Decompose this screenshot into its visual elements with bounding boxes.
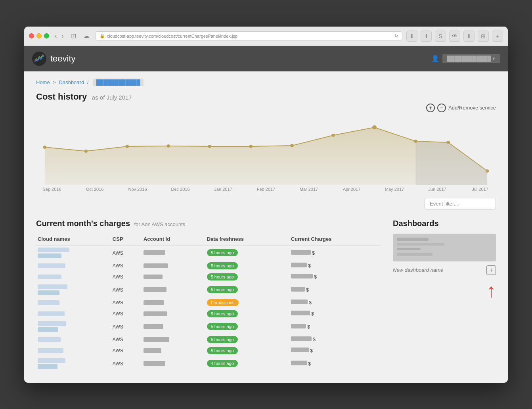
charge-cell: $ xyxy=(289,345,381,356)
table-row: AWS5 hours ago $ xyxy=(36,282,381,297)
account-id-cell xyxy=(142,356,205,371)
svg-point-8 xyxy=(372,125,377,129)
cloud-name-cell xyxy=(36,245,111,260)
table-row: AWSPermissions $ xyxy=(36,297,381,308)
freshness-badge: 5 hours ago xyxy=(207,286,238,293)
csp-cell: AWS xyxy=(111,282,142,297)
cloud-button[interactable]: ☁ xyxy=(82,32,91,40)
traffic-lights xyxy=(29,33,49,38)
app-header: teevity 👤 ████████████ ▾ xyxy=(24,46,508,71)
svg-point-3 xyxy=(166,144,170,148)
col-data-freshness: Data freshness xyxy=(205,234,289,246)
freshness-badge: 5 hours ago xyxy=(207,273,238,280)
browser-actions: ⬇ ℹ S 👁 ⬆ ⊞ + xyxy=(406,31,503,42)
x-label-2: Nov 2016 xyxy=(126,187,149,192)
charge-cell: $ xyxy=(289,334,381,345)
reload-icon[interactable]: ↻ xyxy=(394,33,398,38)
remove-service-button[interactable]: − xyxy=(437,104,446,112)
add-dashboard-button[interactable]: + xyxy=(486,265,496,275)
col-current-charges: Current Charges xyxy=(289,234,381,246)
browser-chrome: ‹ › ⊡ ☁ 🔒 cloudcost-app.teevity.com/clou… xyxy=(24,27,508,46)
dashboard-card-image xyxy=(393,234,496,261)
tab-view-button[interactable]: ⊡ xyxy=(69,32,78,40)
close-button[interactable] xyxy=(29,33,34,38)
add-tab-button[interactable]: + xyxy=(492,31,503,42)
event-filter-input[interactable] xyxy=(425,198,496,209)
freshness-cell: 5 hours ago xyxy=(205,308,289,319)
freshness-cell: Permissions xyxy=(205,297,289,308)
col-account-id: Account Id xyxy=(142,234,205,246)
breadcrumb-sep1: > xyxy=(53,79,56,85)
freshness-badge: 5 hours ago xyxy=(207,336,238,343)
table-row: AWS5 hours ago $ xyxy=(36,345,381,356)
freshness-cell: 4 hours ago xyxy=(205,356,289,371)
freshness-badge: 4 hours ago xyxy=(207,360,238,367)
forward-button[interactable]: › xyxy=(60,33,65,40)
freshness-badge: 5 hours ago xyxy=(207,347,238,354)
charges-section: Current month's charges for Aon AWS acco… xyxy=(36,219,381,371)
table-row: AWS5 hours ago $ xyxy=(36,245,381,260)
two-col-layout: Current month's charges for Aon AWS acco… xyxy=(36,219,496,371)
account-id-cell xyxy=(142,245,205,260)
svg-point-2 xyxy=(125,145,129,148)
user-area: 👤 ████████████ ▾ xyxy=(431,54,500,63)
freshness-cell: 5 hours ago xyxy=(205,345,289,356)
fullscreen-button[interactable] xyxy=(44,33,49,38)
charge-cell: $ xyxy=(289,260,381,271)
share-button[interactable]: ⬆ xyxy=(463,31,475,42)
charges-title: Current month's charges xyxy=(36,219,130,228)
freshness-cell: 5 hours ago xyxy=(205,271,289,282)
screenshot-button[interactable]: 👁 xyxy=(449,31,460,42)
info-button[interactable]: ℹ xyxy=(421,31,432,42)
charge-cell: $ xyxy=(289,271,381,282)
breadcrumb-current[interactable]: ████████████ xyxy=(93,79,144,86)
logo-area: teevity xyxy=(32,52,76,66)
breadcrumb: Home > Dashboard / ████████████ xyxy=(36,79,496,85)
charge-cell: $ xyxy=(289,245,381,260)
freshness-cell: 5 hours ago xyxy=(205,319,289,334)
breadcrumb-home[interactable]: Home xyxy=(36,79,50,85)
dashboard-card[interactable] xyxy=(393,234,496,261)
cloud-name-cell xyxy=(36,308,111,319)
account-id-cell xyxy=(142,297,205,308)
cloud-name-cell xyxy=(36,345,111,356)
cloud-name-cell xyxy=(36,271,111,282)
x-label-8: May 2017 xyxy=(383,187,406,192)
sidebar-button[interactable]: ⊞ xyxy=(478,31,489,42)
user-dropdown[interactable]: ████████████ ▾ xyxy=(442,54,500,63)
x-label-10: Jul 2017 xyxy=(468,187,492,192)
table-row: AWS4 hours ago $ xyxy=(36,356,381,371)
x-label-9: Jun 2017 xyxy=(425,187,449,192)
safari-button[interactable]: S xyxy=(435,31,446,42)
csp-cell: AWS xyxy=(111,260,142,271)
svg-point-0 xyxy=(43,146,47,149)
add-service-button[interactable]: + xyxy=(426,104,435,112)
x-label-4: Jan 2017 xyxy=(211,187,235,192)
cloud-name-cell xyxy=(36,297,111,308)
account-id-cell xyxy=(142,282,205,297)
freshness-badge: 5 hours ago xyxy=(207,323,238,330)
new-dashboard-name-input[interactable] xyxy=(393,267,483,273)
page-content: Home > Dashboard / ████████████ Cost his… xyxy=(24,71,508,383)
table-row: AWS5 hours ago $ xyxy=(36,308,381,319)
cloud-name-cell xyxy=(36,319,111,334)
table-row: AWS5 hours ago $ xyxy=(36,271,381,282)
back-button[interactable]: ‹ xyxy=(53,33,58,40)
minimize-button[interactable] xyxy=(36,33,42,38)
csp-cell: AWS xyxy=(111,319,142,334)
dashboards-section: Dashboards + xyxy=(393,219,496,300)
x-label-3: Dec 2016 xyxy=(168,187,192,192)
csp-cell: AWS xyxy=(111,356,142,371)
app-name: teevity xyxy=(50,54,76,64)
cloud-name-cell xyxy=(36,282,111,297)
charges-header: Current month's charges for Aon AWS acco… xyxy=(36,219,381,228)
svg-rect-13 xyxy=(397,238,429,241)
charge-cell: $ xyxy=(289,356,381,371)
cost-history-title: Cost history xyxy=(36,92,87,102)
cost-history-header: Cost history as of July 2017 xyxy=(36,92,496,102)
download-button[interactable]: ⬇ xyxy=(406,31,417,42)
breadcrumb-dashboard[interactable]: Dashboard xyxy=(59,79,84,85)
address-bar[interactable]: 🔒 cloudcost-app.teevity.com/cloudcost/cu… xyxy=(95,31,402,40)
csp-cell: AWS xyxy=(111,308,142,319)
chart-area xyxy=(36,115,496,187)
